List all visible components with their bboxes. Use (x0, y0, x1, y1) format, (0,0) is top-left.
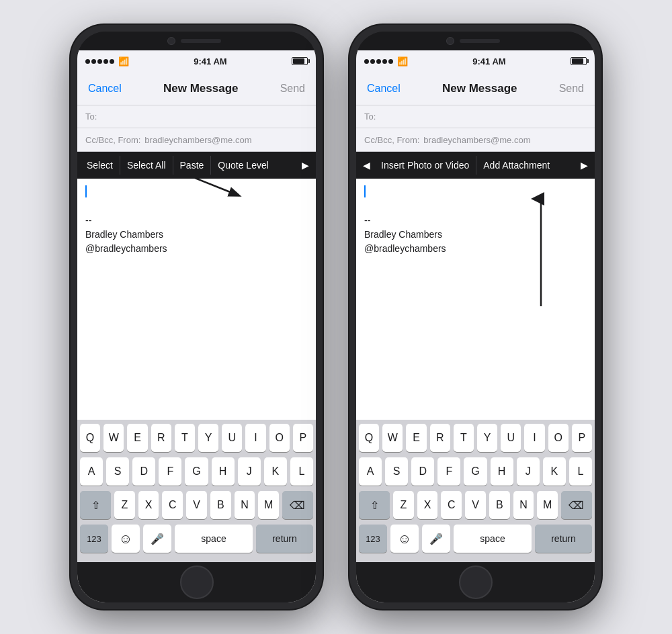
key-r[interactable]: R (151, 424, 171, 452)
p2-key-t[interactable]: T (454, 424, 474, 452)
p2-backspace-key[interactable]: ⌫ (561, 491, 592, 519)
key-f[interactable]: F (159, 457, 181, 486)
p2-key-a[interactable]: A (359, 457, 382, 486)
p2-emoji-key[interactable]: ☺ (390, 525, 419, 553)
phone2-send-button[interactable]: Send (559, 83, 584, 95)
phone1-select-button[interactable]: Select (80, 156, 120, 175)
p2-mic-key[interactable]: 🎤 (422, 525, 450, 553)
p2-key-h[interactable]: H (491, 457, 513, 486)
phone2-to-field[interactable]: To: (356, 105, 595, 128)
p2-key-y[interactable]: Y (477, 424, 497, 452)
phone1-select-all-button[interactable]: Select All (120, 156, 173, 175)
key-l[interactable]: L (290, 457, 313, 486)
p2-key-e[interactable]: E (406, 424, 426, 452)
key-g[interactable]: G (185, 457, 208, 486)
backspace-key[interactable]: ⌫ (282, 491, 313, 519)
key-w[interactable]: W (103, 424, 124, 452)
p2-key-x[interactable]: X (417, 491, 438, 519)
p2-key-q[interactable]: Q (359, 424, 379, 452)
key-h[interactable]: H (212, 457, 235, 486)
phone1-compose-area[interactable]: -- Bradley Chambers @bradleychambers (77, 179, 316, 420)
phone1-send-button[interactable]: Send (280, 83, 305, 95)
p2-key-i[interactable]: I (524, 424, 544, 452)
phone1-quote-level-button[interactable]: Quote Level (211, 156, 276, 175)
phone2-insert-photo-button[interactable]: Insert Photo or Video (374, 156, 476, 175)
key-t[interactable]: T (175, 424, 195, 452)
key-d[interactable]: D (132, 457, 155, 486)
p2-key-u[interactable]: U (501, 424, 521, 452)
p2-key-m[interactable]: M (537, 491, 558, 519)
phone1-home-button[interactable] (180, 565, 214, 599)
phone2-home-button[interactable] (459, 565, 493, 599)
phone1-paste-button[interactable]: Paste (173, 156, 212, 175)
phone-2: 📶 9:41 AM Cancel New Message Send (349, 25, 601, 609)
p2-key-z[interactable]: Z (393, 491, 414, 519)
p2-key-w[interactable]: W (382, 424, 403, 452)
phone2-signature: -- Bradley Chambers @bradleychambers (364, 214, 587, 256)
p2-key-o[interactable]: O (548, 424, 569, 452)
key-y[interactable]: Y (198, 424, 218, 452)
phone1-nav-bar: Cancel New Message Send (77, 72, 316, 105)
key-u[interactable]: U (222, 424, 242, 452)
key-j[interactable]: J (238, 457, 261, 486)
p2-space-key[interactable]: space (454, 525, 532, 553)
p2-shift-key[interactable]: ⇧ (359, 491, 390, 519)
space-key[interactable]: space (175, 525, 253, 553)
phone1-cc-label: Cc/Bcc, From: (85, 135, 140, 145)
p2-key-f[interactable]: F (437, 457, 460, 486)
mic-key[interactable]: 🎤 (143, 525, 171, 553)
emoji-key[interactable]: ☺ (112, 525, 140, 553)
phone2-menu-next-icon[interactable]: ▶ (577, 160, 592, 171)
p2-return-key[interactable]: return (535, 525, 592, 553)
phone2-keyboard: Q W E R T Y U I O P A S D (356, 420, 595, 562)
key-p[interactable]: P (293, 424, 313, 452)
key-e[interactable]: E (127, 424, 147, 452)
p2-key-l[interactable]: L (569, 457, 592, 486)
key-n[interactable]: N (235, 491, 255, 519)
phone2-cc-field[interactable]: Cc/Bcc, From: bradleychambers@me.com (356, 128, 595, 151)
p2-key-v[interactable]: V (465, 491, 486, 519)
phone2-key-row1: Q W E R T Y U I O P (359, 424, 592, 452)
phone2-wifi-icon: 📶 (397, 56, 408, 66)
key-o[interactable]: O (269, 424, 290, 452)
key-z[interactable]: Z (114, 491, 135, 519)
key-a[interactable]: A (80, 457, 103, 486)
p2-key-c[interactable]: C (441, 491, 462, 519)
key-k[interactable]: K (264, 457, 287, 486)
p2-key-s[interactable]: S (385, 457, 408, 486)
key-b[interactable]: B (210, 491, 231, 519)
key-m[interactable]: M (258, 491, 279, 519)
phone1-cancel-button[interactable]: Cancel (88, 83, 122, 95)
p2-key-b[interactable]: B (489, 491, 510, 519)
p2-key-r[interactable]: R (430, 424, 450, 452)
phone2-key-row2: A S D F G H J K L (359, 457, 592, 486)
phone2-menu-prev-icon[interactable]: ◀ (359, 160, 374, 171)
phone2-compose-area[interactable]: -- Bradley Chambers @bradleychambers (356, 179, 595, 420)
key-c[interactable]: C (162, 491, 183, 519)
numbers-key[interactable]: 123 (80, 525, 108, 553)
key-x[interactable]: X (138, 491, 159, 519)
phone2-speaker (460, 39, 500, 43)
phone1-cc-field[interactable]: Cc/Bcc, From: bradleychambers@me.com (77, 128, 316, 151)
p2-key-d[interactable]: D (411, 457, 434, 486)
phone1-key-row4: 123 ☺ 🎤 space return (80, 525, 313, 553)
shift-key[interactable]: ⇧ (80, 491, 111, 519)
key-s[interactable]: S (106, 457, 129, 486)
phone1-email-fields: To: Cc/Bcc, From: bradleychambers@me.com (77, 105, 316, 152)
key-q[interactable]: Q (80, 424, 100, 452)
phone1-menu-next-icon[interactable]: ▶ (298, 160, 313, 171)
p2-key-k[interactable]: K (543, 457, 566, 486)
phone2-key-row4: 123 ☺ 🎤 space return (359, 525, 592, 553)
p2-numbers-key[interactable]: 123 (359, 525, 387, 553)
key-i[interactable]: I (245, 424, 265, 452)
phone2-add-attachment-button[interactable]: Add Attachment (476, 156, 556, 175)
p2-key-g[interactable]: G (464, 457, 487, 486)
p2-key-n[interactable]: N (513, 491, 534, 519)
phone1-to-field[interactable]: To: (77, 105, 316, 128)
key-v[interactable]: V (186, 491, 207, 519)
phone2-cancel-button[interactable]: Cancel (367, 83, 401, 95)
p2-key-p[interactable]: P (572, 424, 592, 452)
return-key[interactable]: return (256, 525, 313, 553)
phone2-to-label: To: (364, 111, 376, 122)
p2-key-j[interactable]: J (517, 457, 540, 486)
